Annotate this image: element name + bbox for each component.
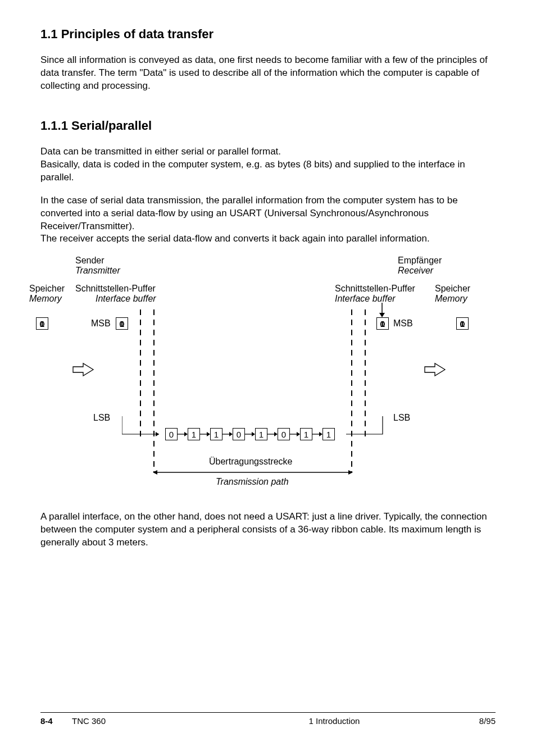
dash-line-l2	[153, 309, 155, 472]
label-msb-l: MSB	[91, 318, 111, 329]
label-memory-de-l: Speicher	[29, 284, 65, 294]
arrow-right-icon	[245, 431, 255, 438]
arrow-right-icon	[424, 362, 446, 377]
label-lsb-r: LSB	[393, 413, 410, 423]
heading-1-1-1: 1.1.1 Serial/parallel	[40, 119, 496, 133]
page-footer: 8-4 TNC 360 1 Introduction 8/95	[40, 712, 496, 726]
label-memory-en-r: Memory	[435, 294, 467, 304]
footer-model: TNC 360	[72, 716, 218, 726]
label-path-de: Übertragungsstrecke	[209, 457, 293, 467]
label-path-en: Transmission path	[216, 477, 289, 487]
serial-transmission-diagram: Sender Transmitter Empfänger Receiver Sp…	[40, 256, 496, 497]
para-4: A parallel interface, on the other hand,…	[40, 511, 496, 549]
dash-line-r1	[351, 309, 353, 472]
label-receiver-en: Receiver	[398, 266, 433, 276]
label-sender-en: Transmitter	[75, 266, 120, 276]
label-lsb-l: LSB	[93, 413, 110, 423]
heading-1-1: 1.1 Principles of data transfer	[40, 27, 496, 42]
arrow-right-icon	[200, 431, 210, 438]
svg-marker-6	[156, 432, 159, 436]
para-3b: The receiver accepts the serial data-flo…	[40, 233, 496, 245]
footer-date: 8/95	[451, 716, 496, 726]
arrow-right-icon	[267, 431, 278, 438]
path-out-left	[122, 416, 167, 442]
arrow-right-icon	[312, 431, 322, 438]
serial-bits-row: 0 1 1 0 1 0 1 1	[165, 428, 335, 440]
footer-page: 8-4	[40, 716, 72, 726]
arrow-right-icon	[178, 431, 188, 438]
label-memory-de-r: Speicher	[435, 284, 470, 294]
label-buffer-en-l: Interface buffer	[96, 294, 156, 304]
para-2a: Data can be transmitted in either serial…	[40, 145, 496, 158]
para-2b: Basically, data is coded in the computer…	[40, 158, 496, 184]
arrow-right-icon	[222, 431, 233, 438]
footer-chapter: 1 Introduction	[218, 716, 451, 726]
label-receiver-de: Empfänger	[398, 256, 442, 266]
arrow-down-icon	[378, 303, 387, 317]
label-msb-r: MSB	[393, 318, 413, 329]
svg-marker-5	[379, 313, 385, 317]
arrow-right-icon	[72, 362, 94, 377]
svg-marker-22	[153, 470, 157, 475]
para-intro: Since all information is conveyed as dat…	[40, 54, 496, 93]
para-3a: In the case of serial data transmission,…	[40, 194, 496, 233]
label-sender-de: Sender	[75, 256, 105, 266]
svg-marker-23	[348, 470, 353, 475]
arrow-right-icon	[290, 431, 300, 438]
path-in-right	[346, 416, 385, 442]
label-buffer-de-r: Schnittstellen-Puffer	[335, 284, 415, 294]
label-memory-en-l: Memory	[29, 294, 62, 304]
label-buffer-de-l: Schnittstellen-Puffer	[75, 284, 156, 294]
transmission-path-arrow	[153, 469, 353, 476]
